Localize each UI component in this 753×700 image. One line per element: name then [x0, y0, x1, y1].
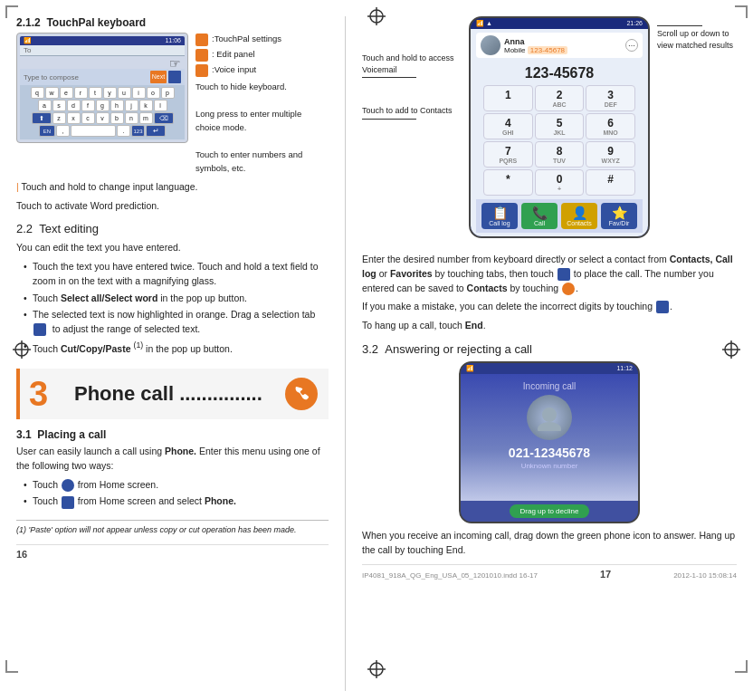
inc-time: 11:12: [616, 365, 633, 372]
dialer-key-1[interactable]: 1: [483, 85, 533, 111]
phone-call-icon: [283, 376, 319, 412]
right-page-footer: IP4081_918A_QG_Eng_USA_05_1201010.indd 1…: [362, 564, 737, 580]
kb-key-t: t: [89, 87, 102, 99]
kb-key-c: c: [81, 112, 95, 124]
dialer-screen: Anna Mobile 123-45678 ⋯ 123-45678: [471, 29, 648, 236]
kb-key-d: d: [67, 100, 81, 111]
section-3-1-title: 3.1 Placing a call: [16, 428, 329, 441]
kb-row-3: ⬆ z x c v b n m ⌫: [22, 112, 183, 124]
dialer-favorites-btn[interactable]: ⭐ Fav/Dir: [601, 203, 637, 229]
corner-mark-bl: [5, 660, 18, 673]
bullet-4: Touch Cut/Copy/Paste (1) in the pop up b…: [24, 340, 329, 356]
corner-mark-tl: [5, 5, 18, 18]
ann-long-press: Long press to enter multiple choice mode…: [195, 108, 329, 134]
dialer-section: Touch and hold to access Voicemail Touch…: [362, 16, 737, 245]
kb-status: 📶: [24, 37, 32, 44]
kb-key-a: a: [38, 100, 52, 111]
kb-key-p: p: [161, 87, 175, 99]
caller-avatar: [527, 395, 572, 440]
contacts-save-icon: [562, 283, 575, 295]
contact-avatar: [481, 35, 500, 55]
kb-row-4: EN , . 123 ↵: [22, 125, 183, 137]
section-2-2-title: 2.2 Text editing: [16, 222, 329, 235]
chapter-3-title: Phone call ...............: [74, 382, 274, 406]
dialer-key-2[interactable]: 2ABC: [535, 85, 585, 111]
kb-key-b: b: [110, 112, 124, 124]
left-page-num: 16: [16, 549, 27, 560]
incoming-bottom: Drag up to decline: [461, 501, 638, 522]
inc-signal: 📶: [466, 365, 474, 372]
kb-key-m: m: [139, 112, 153, 124]
chapter-3-heading: 3 Phone call ...............: [16, 369, 329, 419]
dialer-device: 📶 ▲ 21:26 Anna Mobile: [469, 16, 650, 238]
section-2-2-intro: You can edit the text you have entered.: [16, 241, 329, 255]
dialer-key-0[interactable]: 0+: [535, 169, 585, 196]
kb-key-v: v: [96, 112, 110, 124]
voice-input-icon: [195, 64, 208, 77]
contact-name: Anna: [504, 37, 567, 46]
kb-key-space: [71, 125, 116, 137]
contact-mobile-label: Mobile 123-45678: [504, 46, 567, 54]
dialer-key-7[interactable]: 7PQRS: [483, 141, 533, 168]
ann-change-language: | Touch and hold to change input languag…: [16, 180, 329, 195]
dialer-key-5[interactable]: 5JKL: [535, 113, 585, 139]
kb-key-w: w: [45, 87, 59, 99]
kb-key-k: k: [139, 100, 153, 111]
kb-key-g: g: [96, 100, 110, 111]
ann-word-prediction: Touch to activate Word prediction.: [16, 199, 329, 214]
section-3-1-bullets: Touch from Home screen. Touch from Home …: [24, 478, 329, 510]
right-hangup-text: To hang up a call, touch End.: [362, 319, 737, 333]
ann-numbers-symbols: Touch to enter numbers and symbols, etc.: [195, 149, 329, 175]
contact-info: Anna Mobile 123-45678: [504, 37, 567, 54]
delete-digit-icon: [656, 301, 669, 313]
footnote: (1) 'Paste' option will not appear unles…: [16, 520, 329, 537]
incoming-body: Incoming call 021-12345678 Unknown numbe…: [461, 374, 638, 501]
footer-date-info: 2012-1-10 15:08:14: [673, 571, 737, 580]
kb-key-h: h: [110, 100, 124, 111]
kb-key-numbers: 123: [131, 125, 145, 137]
dialer-call-log-btn[interactable]: 📋 Call log: [481, 203, 518, 229]
kb-key-f: f: [81, 100, 95, 111]
kb-key-j: j: [125, 100, 138, 111]
dialer-call-btn[interactable]: 📞 Call: [521, 203, 558, 229]
ann-scroll: Scroll up or down to view matched result…: [657, 25, 737, 51]
top-crosshair: [367, 7, 386, 27]
dialer-key-4[interactable]: 4GHI: [483, 113, 533, 139]
corner-mark-br: [735, 660, 748, 673]
footer-file-info: IP4081_918A_QG_Eng_USA_05_1201010.indd 1…: [362, 571, 538, 580]
dialer-key-hash[interactable]: #: [586, 169, 635, 196]
kb-key-period: .: [117, 125, 130, 137]
chapter-3-number: 3: [29, 377, 65, 411]
drag-to-decline[interactable]: Drag up to decline: [510, 504, 590, 518]
contact-options-btn[interactable]: ⋯: [625, 39, 638, 52]
bullet-3: The selected text is now highlighted in …: [24, 308, 329, 337]
kb-key-l: l: [154, 100, 167, 111]
right-crosshair: [722, 340, 740, 360]
kb-key-z: z: [52, 112, 66, 124]
ann-edit-panel: : Edit panel: [195, 48, 329, 62]
kb-key-comma: ,: [56, 125, 70, 137]
keyboard-mockup: 📶 11:06 To ☞: [16, 33, 188, 175]
corner-mark-tr: [735, 5, 748, 18]
dialer-key-6[interactable]: 6MNO: [586, 113, 635, 139]
dialer-key-star[interactable]: *: [483, 169, 533, 196]
kb-key-o: o: [147, 87, 160, 99]
section-2-1-2: 2.1.2 TouchPal keyboard 📶 11:06: [16, 16, 329, 213]
dialer-keypad: 1 2ABC 3DEF 4GHI 5JKL 6MNO 7PQRS 8TUV 9W…: [476, 85, 643, 199]
kb-next-btn: Next: [150, 71, 167, 83]
dialer-contacts-btn[interactable]: 👤 Contacts: [561, 203, 597, 229]
kb-key-sym: EN: [39, 125, 55, 137]
bullet-1: Touch the text you have entered twice. T…: [24, 260, 329, 289]
dialer-key-8[interactable]: 8TUV: [535, 141, 585, 168]
right-intro-text: Enter the desired number from keyboard d…: [362, 253, 737, 295]
incoming-status-bar: 📶 11:12: [461, 363, 638, 374]
dialer-key-3[interactable]: 3DEF: [586, 85, 635, 111]
incoming-number: 021-12345678: [468, 446, 631, 460]
contact-card: Anna Mobile 123-45678 ⋯: [476, 33, 643, 58]
kb-key-y: y: [103, 87, 117, 99]
phone-home-icon: [62, 479, 74, 492]
dialer-key-9[interactable]: 9WXYZ: [586, 141, 635, 168]
bullet-touch-grid: Touch from Home screen and select Phone.: [24, 494, 329, 509]
kb-key-shift: ⬆: [32, 112, 52, 124]
left-crosshair: [13, 340, 31, 360]
